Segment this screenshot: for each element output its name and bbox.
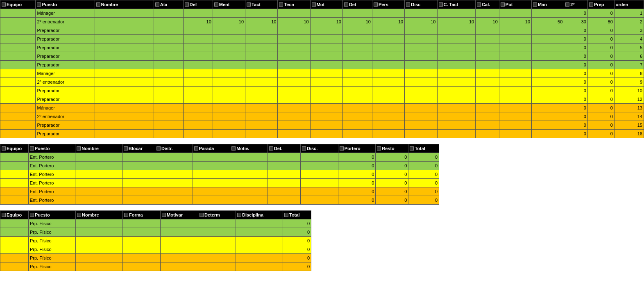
col-equipo[interactable]: Equipo	[0, 0, 36, 9]
puesto-checkbox[interactable]	[37, 2, 41, 7]
table-cell	[372, 130, 404, 138]
table-cell	[155, 153, 193, 162]
col-puesto[interactable]: Puesto	[36, 0, 95, 9]
t3-nombre-cb[interactable]	[77, 213, 81, 217]
t3-col-motivar[interactable]: Motivar	[161, 211, 198, 219]
t2-col-motiv[interactable]: Motiv.	[230, 144, 268, 153]
table-cell: 0	[564, 78, 588, 87]
col-seg[interactable]: 2º	[564, 0, 588, 9]
t2-col-portero[interactable]: Portero	[338, 144, 376, 153]
table-cell: 10	[499, 18, 531, 26]
t2-disc-cb[interactable]	[302, 146, 306, 151]
man-checkbox[interactable]	[533, 2, 537, 7]
ment-checkbox[interactable]	[214, 2, 218, 7]
table-cell	[213, 43, 245, 52]
t3-motivar-cb[interactable]	[162, 213, 166, 217]
t2-col-nombre[interactable]: Nombre	[75, 144, 122, 153]
equipo-checkbox[interactable]	[2, 2, 6, 7]
t2-det-cb[interactable]	[269, 146, 273, 151]
t2-parada-cb[interactable]	[194, 146, 198, 151]
t2-col-det[interactable]: Det.	[268, 144, 300, 153]
pers-checkbox[interactable]	[374, 2, 378, 7]
t2-equipo-cb[interactable]	[2, 146, 6, 151]
t3-col-disciplina[interactable]: Disciplina	[236, 211, 283, 219]
prep-checkbox[interactable]	[589, 2, 593, 7]
pot-checkbox[interactable]	[501, 2, 505, 7]
t3-puesto-cb[interactable]	[30, 213, 34, 217]
col-cal[interactable]: Cal.	[476, 0, 499, 9]
table-cell	[437, 130, 476, 138]
col-mot[interactable]: Mot	[310, 0, 342, 9]
t3-col-equipo[interactable]: Equipo	[0, 211, 29, 219]
col-prep[interactable]: Prep	[587, 0, 614, 9]
table-cell	[476, 87, 499, 95]
col-ctact[interactable]: C. Tact	[437, 0, 476, 9]
table-cell	[198, 219, 236, 228]
t2-puesto-cb[interactable]	[30, 146, 34, 151]
t3-forma-cb[interactable]	[124, 213, 128, 217]
t2-portero-cb[interactable]	[340, 146, 344, 151]
col-det[interactable]: Det	[342, 0, 372, 9]
t2-blocar-cb[interactable]	[124, 146, 128, 151]
t3-equipo-cb[interactable]	[2, 213, 6, 217]
table-cell	[183, 9, 213, 18]
t3-total-cb[interactable]	[284, 213, 288, 217]
t2-col-parada[interactable]: Parada	[193, 144, 230, 153]
t2-col-disc[interactable]: Disc.	[301, 144, 338, 153]
t2-nombre-cb[interactable]	[77, 146, 81, 151]
t2-motiv-cb[interactable]	[231, 146, 236, 151]
t2-total-cb[interactable]	[410, 146, 414, 151]
t2-col-blocar[interactable]: Blocar	[122, 144, 155, 153]
col-ata[interactable]: Ata	[154, 0, 183, 9]
col-pot[interactable]: Pot	[499, 0, 531, 9]
table-cell	[268, 170, 300, 179]
t2-col-puesto[interactable]: Puesto	[28, 144, 75, 153]
ata-checkbox[interactable]	[155, 2, 159, 7]
table-cell	[245, 130, 278, 138]
det-checkbox[interactable]	[344, 2, 348, 7]
mot-checkbox[interactable]	[312, 2, 316, 7]
table-row: Preparador0012	[0, 95, 644, 104]
col-pers[interactable]: Pers	[372, 0, 404, 9]
seg-checkbox[interactable]	[565, 2, 569, 7]
col-nombre[interactable]: Nombre	[95, 0, 154, 9]
col-ment[interactable]: Ment	[213, 0, 245, 9]
table-cell	[532, 9, 564, 18]
nombre-checkbox[interactable]	[96, 2, 100, 7]
t2-distr-cb[interactable]	[156, 146, 161, 151]
table-row: Preparador007	[0, 61, 644, 69]
table-cell	[193, 187, 230, 196]
table-cell: 0	[376, 187, 408, 196]
tact-checkbox[interactable]	[247, 2, 251, 7]
t3-determ-cb[interactable]	[200, 213, 204, 217]
col-man[interactable]: Man	[532, 0, 564, 9]
table-cell: 0	[587, 35, 614, 43]
col-orden[interactable]: orden	[614, 0, 644, 9]
col-tact[interactable]: Tact	[245, 0, 278, 9]
ctact-checkbox[interactable]	[439, 2, 443, 7]
t3-col-total[interactable]: Total	[283, 211, 311, 219]
col-def[interactable]: Def	[183, 0, 213, 9]
t3-col-puesto[interactable]: Puesto	[29, 211, 76, 219]
table-cell: 30	[564, 18, 588, 26]
tecn-checkbox[interactable]	[279, 2, 283, 7]
table-cell	[405, 69, 437, 78]
t2-col-total[interactable]: Total	[408, 144, 439, 153]
t3-col-forma[interactable]: Forma	[123, 211, 161, 219]
table-cell: 6	[614, 52, 644, 61]
t2-col-equipo[interactable]: Equipo	[0, 144, 29, 153]
col-disc[interactable]: Disc	[405, 0, 437, 9]
table-cell	[230, 170, 268, 179]
cal-checkbox[interactable]	[477, 2, 481, 7]
table-cell: 0	[408, 179, 439, 187]
t3-col-nombre[interactable]: Nombre	[76, 211, 123, 219]
t2-col-resto[interactable]: Resto	[376, 144, 408, 153]
t3-col-determ[interactable]: Determ	[198, 211, 236, 219]
disc-checkbox[interactable]	[406, 2, 410, 7]
col-tecn[interactable]: Tecn	[278, 0, 310, 9]
table-cell	[499, 112, 531, 121]
t2-resto-cb[interactable]	[377, 146, 381, 151]
def-checkbox[interactable]	[185, 2, 189, 7]
t3-disciplina-cb[interactable]	[237, 213, 241, 217]
t2-col-distr[interactable]: Distr.	[155, 144, 193, 153]
